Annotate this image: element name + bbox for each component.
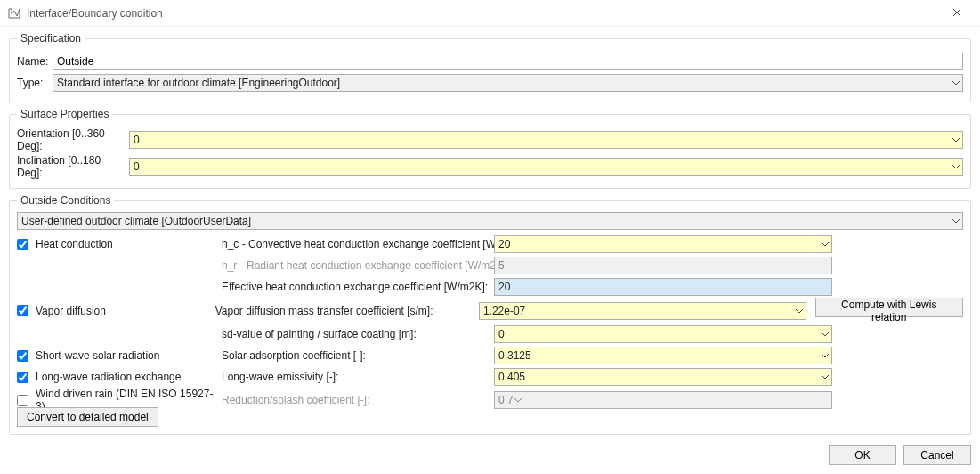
shortwave-checkbox[interactable] xyxy=(17,350,28,362)
app-icon xyxy=(7,6,21,20)
heat-conduction-label: Heat conduction xyxy=(36,238,113,250)
inclination-label: Inclination [0..180 Deg]: xyxy=(17,154,129,179)
solar-adsorption-value: 0.3125 xyxy=(498,349,531,362)
type-label: Type: xyxy=(17,77,53,89)
chevron-down-icon xyxy=(952,217,960,225)
longwave-label: Long-wave radiation exchange xyxy=(36,371,181,383)
name-label: Name: xyxy=(17,55,53,68)
effective-hc-label: Effective heat conduction exchange coeff… xyxy=(222,281,489,293)
sd-value: 0 xyxy=(498,328,505,340)
hc-value: 20 xyxy=(498,238,510,250)
specification-legend: Specification xyxy=(17,32,85,45)
outside-conditions-group: Outside Conditions User-defined outdoor … xyxy=(9,194,971,435)
heat-conduction-checkbox[interactable] xyxy=(17,239,28,250)
chevron-down-icon xyxy=(795,306,804,315)
specification-group: Specification Name: Type: Standard inter… xyxy=(9,32,971,102)
chevron-down-icon xyxy=(514,396,522,405)
effective-hc-value: 20 xyxy=(498,281,510,293)
window-title: Interface/Boundary condition xyxy=(27,7,937,20)
surface-properties-legend: Surface Properties xyxy=(17,108,112,120)
vapor-coef-value: 1.22e-07 xyxy=(483,305,525,317)
vapor-coef-select[interactable]: 1.22e-07 xyxy=(479,302,806,320)
outdoor-climate-select[interactable]: User-defined outdoor climate [OutdoorUse… xyxy=(17,212,963,230)
titlebar: Interface/Boundary condition xyxy=(0,0,980,27)
longwave-checkbox[interactable] xyxy=(17,372,28,383)
longwave-emissivity-value: 0.405 xyxy=(498,371,525,383)
close-button[interactable] xyxy=(937,0,976,27)
effective-hc-input[interactable]: 20 xyxy=(494,278,832,296)
dialog-footer: OK Cancel xyxy=(9,440,971,465)
chevron-down-icon xyxy=(821,372,830,381)
ok-button[interactable]: OK xyxy=(829,445,896,465)
outdoor-climate-value: User-defined outdoor climate [OutdoorUse… xyxy=(21,215,251,227)
hr-value-field: 5 xyxy=(494,257,832,274)
orientation-label: Orientation [0..360 Deg]: xyxy=(17,127,129,152)
wind-rain-checkbox[interactable] xyxy=(17,395,28,406)
compute-lewis-button[interactable]: Compute with Lewis relation xyxy=(815,298,963,317)
surface-properties-group: Surface Properties Orientation [0..360 D… xyxy=(9,108,971,189)
orientation-select[interactable]: 0 xyxy=(129,131,963,149)
chevron-down-icon xyxy=(821,351,830,360)
name-input[interactable] xyxy=(53,53,963,70)
vapor-diffusion-checkbox[interactable] xyxy=(17,305,28,316)
solar-adsorption-select[interactable]: 0.3125 xyxy=(494,347,832,364)
longwave-emissivity-label: Long-wave emissivity [-]: xyxy=(222,371,489,383)
longwave-emissivity-select[interactable]: 0.405 xyxy=(494,368,832,386)
cancel-button[interactable]: Cancel xyxy=(903,445,971,465)
splash-coef-label: Reduction/splash coefficient [-]: xyxy=(222,394,489,406)
vapor-diffusion-label: Vapor diffusion xyxy=(36,305,106,317)
hc-select[interactable]: 20 xyxy=(494,235,832,253)
chevron-down-icon xyxy=(821,240,830,249)
orientation-value: 0 xyxy=(134,134,140,146)
splash-coef-field: 0.7 xyxy=(494,391,832,409)
hr-label: h_r - Radiant heat conduction exchange c… xyxy=(222,259,489,272)
chevron-down-icon xyxy=(821,330,830,339)
close-icon xyxy=(952,7,961,20)
inclination-select[interactable]: 0 xyxy=(129,158,963,176)
content-area: Specification Name: Type: Standard inter… xyxy=(0,27,980,474)
chevron-down-icon xyxy=(952,135,960,144)
sd-value-label: sd-value of painting / surface coating [… xyxy=(222,328,489,340)
type-select[interactable]: Standard interface for outdoor climate [… xyxy=(53,74,963,92)
inclination-value: 0 xyxy=(134,160,140,173)
shortwave-label: Short-wave solar radiation xyxy=(36,349,159,362)
chevron-down-icon xyxy=(952,78,960,87)
sd-value-select[interactable]: 0 xyxy=(494,325,832,343)
solar-adsorption-label: Solar adsorption coefficient [-]: xyxy=(222,349,489,362)
splash-coef-value: 0.7 xyxy=(498,394,514,406)
vapor-coef-label: Vapor diffusion mass transfer coefficien… xyxy=(215,305,474,317)
hr-value: 5 xyxy=(498,259,505,272)
convert-detailed-button[interactable]: Convert to detailed model xyxy=(17,407,158,427)
hc-label: h_c - Convective heat conduction exchang… xyxy=(222,238,489,250)
type-select-value: Standard interface for outdoor climate [… xyxy=(57,77,340,89)
outside-conditions-legend: Outside Conditions xyxy=(17,194,114,207)
chevron-down-icon xyxy=(952,162,960,171)
